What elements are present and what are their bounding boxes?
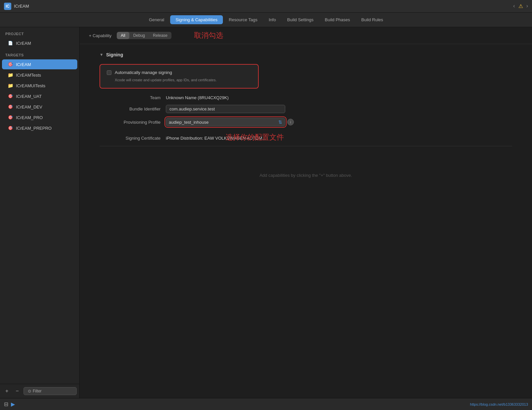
sidebar-item-icreamtests[interactable]: 📁 ICrEAMTests [2,70,77,80]
filter-icon: ⊙ [28,389,31,393]
provisioning-controls: audiep_test_inhouse ⇅ i [166,118,294,126]
auto-manage-checkbox[interactable] [107,70,111,75]
section-header: ▼ Signing [100,52,512,57]
sidebar-item-icreamuitests-label: ICrEAMUITests [16,83,45,88]
signing-section: ▼ Signing Automatically manage signing X… [100,52,512,178]
signing-cert-row: Signing Certificate iPhone Distribution:… [100,136,512,141]
remove-target-button[interactable]: − [13,387,21,395]
add-capability-label: + Capability [89,33,111,38]
select-arrow-icon: ⇅ [278,119,282,125]
annotation-select-profile: 选择你的配置文件 [226,132,284,142]
auto-sign-box: Automatically manage signing Xcode will … [100,64,259,89]
sidebar-project-label: ICrEAM [16,41,31,46]
tab-build-phases[interactable]: Build Phases [319,15,355,24]
sidebar-bottom: + − ⊙ Filter [0,384,79,398]
tab-build-settings[interactable]: Build Settings [282,15,319,24]
provisioning-value: audiep_test_inhouse [169,120,209,125]
panel-toggle-button[interactable]: ⊟ [4,401,8,407]
target-icon-icreamuitests: 📁 [7,83,13,89]
tab-build-rules[interactable]: Build Rules [356,15,388,24]
auto-sign-container: Automatically manage signing Xcode will … [100,64,512,89]
tab-resource-tags[interactable]: Resource Tags [224,15,263,24]
sidebar-item-icream-pro[interactable]: 🎯 ICrEAM_PRO [2,112,77,122]
sidebar-item-uat-label: ICrEAM_UAT [16,94,42,99]
sidebar-item-icream-dev[interactable]: 🎯 ICrEAM_DEV [2,102,77,112]
nav-forward-icon[interactable]: › [526,3,528,9]
auto-manage-label: Automatically manage signing [115,70,172,75]
section-divider [100,146,512,146]
filter-tab-all[interactable]: All [117,32,129,39]
target-icon-dev: 🎯 [7,104,13,110]
sidebar-item-icreamtests-label: ICrEAMTests [16,73,41,78]
provisioning-label: Provisioning Profile [100,120,166,125]
add-capability-button[interactable]: + Capability [86,32,114,39]
auto-sign-checkbox-row: Automatically manage signing [107,70,251,75]
sidebar-item-icreamuitests[interactable]: 📁 ICrEAMUITests [2,81,77,91]
bundle-identifier-input[interactable] [166,105,285,113]
auto-manage-desc: Xcode will create and update profiles, a… [115,78,251,83]
sidebar-item-icream-uat[interactable]: 🎯 ICrEAM_UAT [2,91,77,101]
sub-tab-bar: + Capability All Debug Release 取消勾选 [80,27,532,44]
team-row: Team Unknown Name (8RU4CXQ29K) [100,95,512,100]
provisioning-info-button[interactable]: i [287,119,294,125]
signing-cert-container: Signing Certificate iPhone Distribution:… [100,136,512,141]
sidebar-item-icream-label: ICrEAM [16,62,31,67]
bottom-url: https://blog.csdn.net/b13363332013 [470,402,528,406]
target-icon-icream: 🎯 [7,61,13,67]
content-scroll: ▼ Signing Automatically manage signing X… [80,44,532,398]
nav-back-icon[interactable]: ‹ [513,3,515,9]
filter-label: Filter [33,389,42,393]
bundle-row: Bundle Identifier [100,105,512,113]
team-label: Team [100,95,166,100]
filter-tab-debug[interactable]: Debug [129,32,149,39]
main-layout: PROJECT 📄 ICrEAM TARGETS 🎯 ICrEAM 📁 ICrE… [0,27,532,398]
tab-info[interactable]: Info [263,15,281,24]
sidebar-item-pro-label: ICrEAM_PRO [16,115,43,120]
content-area: + Capability All Debug Release 取消勾选 ▼ Si… [80,27,532,398]
target-icon-prepro: 🎯 [7,125,13,131]
provisioning-profile-select[interactable]: audiep_test_inhouse ⇅ [166,118,285,126]
sidebar-item-prepro-label: ICrEAM_PREPRO [16,126,52,131]
target-icon-icreamtests: 📁 [7,72,13,78]
annotation-uncheck: 取消勾选 [194,31,223,39]
filter-tab-release[interactable]: Release [149,32,171,39]
sidebar: PROJECT 📄 ICrEAM TARGETS 🎯 ICrEAM 📁 ICrE… [0,27,80,398]
main-tab-bar: General Signing & Capabilities Resource … [0,13,532,27]
title-nav: ‹ ⚠ › [513,3,528,9]
signing-cert-label: Signing Certificate [100,136,166,141]
target-icon-pro: 🎯 [7,114,13,120]
section-chevron: ▼ [100,52,103,57]
project-section-label: PROJECT [0,27,79,38]
bottom-bar: ⊟ ▶ https://blog.csdn.net/b13363332013 [0,398,532,410]
project-file-icon: 📄 [7,40,13,46]
sidebar-item-icream[interactable]: 🎯 ICrEAM [2,59,77,69]
tab-general[interactable]: General [144,15,169,24]
capabilities-hint: Add capabilities by clicking the "+" but… [100,173,512,178]
signing-section-title: Signing [106,52,123,57]
app-icon: IC [4,3,11,10]
targets-section-label: TARGETS [0,48,79,59]
sidebar-item-project[interactable]: 📄 ICrEAM [2,38,77,48]
team-value: Unknown Name (8RU4CXQ29K) [166,95,229,100]
annotation-uncheck-area: 取消勾选 [194,31,223,40]
warning-icon[interactable]: ⚠ [518,3,523,9]
run-indicator: ▶ [11,401,15,407]
bundle-label: Bundle Identifier [100,106,166,111]
sidebar-item-icream-prepro[interactable]: 🎯 ICrEAM_PREPRO [2,123,77,133]
app-title: ICrEAM [14,4,513,9]
tab-signing[interactable]: Signing & Capabilities [170,15,223,24]
filter-button[interactable]: ⊙ Filter [24,387,77,395]
filter-tabs: All Debug Release [117,32,171,39]
provisioning-row: Provisioning Profile audiep_test_inhouse… [100,118,512,126]
title-bar: IC ICrEAM ‹ ⚠ › [0,0,532,13]
target-icon-uat: 🎯 [7,93,13,99]
add-target-button[interactable]: + [3,387,11,395]
sidebar-item-dev-label: ICrEAM_DEV [16,104,42,109]
